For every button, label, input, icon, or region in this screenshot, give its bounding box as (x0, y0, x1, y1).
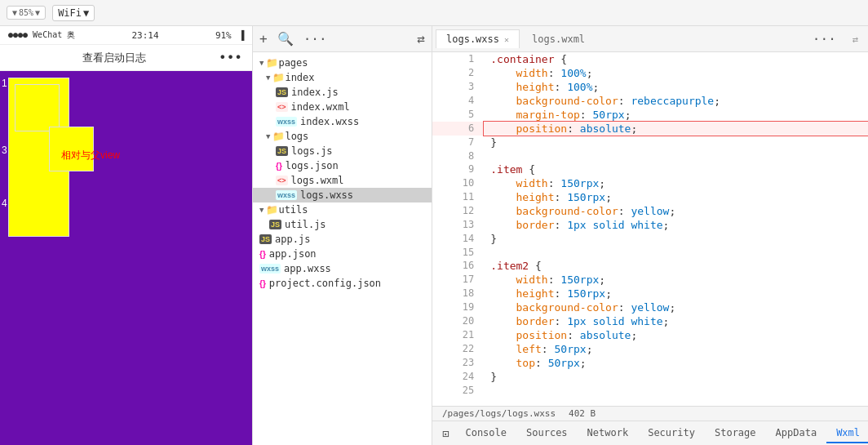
phone-time: 23:14 (132, 30, 159, 41)
file-panel: + 🔍 ··· ⇄ ▼ 📁 pages ▼ 📁 index JS (253, 26, 432, 445)
main-area: ●●●● WeChat 奥 23:14 91% ▐ 查看启动日志 ••• 1 2… (0, 26, 868, 445)
tree-label-project-json: project.config.json (269, 278, 381, 289)
tab-logs-wxml[interactable]: logs.wxml (521, 29, 596, 48)
wxss-icon-index: wxss (276, 117, 297, 127)
js-icon-app: JS (259, 234, 272, 244)
tree-label-logs-wxss: logs.wxss (300, 189, 353, 201)
code-line-23: 23 top: 50rpx; (432, 356, 868, 370)
chevron-utils: ▼ (259, 206, 264, 214)
bottom-tab-storage[interactable]: Storage (705, 424, 766, 443)
file-toolbar: + 🔍 ··· ⇄ (253, 26, 432, 52)
tree-item-logs-js[interactable]: JS logs.js (253, 144, 432, 158)
json-icon-app: {} (259, 250, 266, 259)
tree-item-index-js[interactable]: JS index.js (253, 85, 432, 100)
phone-panel: ●●●● WeChat 奥 23:14 91% ▐ 查看启动日志 ••• 1 2… (0, 26, 253, 445)
folder-icon-pages: 📁 (266, 57, 278, 69)
phone-content: 1 2 3 4 相对与父view (0, 71, 252, 445)
search-file-icon[interactable]: 🔍 (277, 31, 294, 47)
tree-label-utils: utils (278, 204, 308, 216)
tree-label-app-wxss: app.wxss (284, 263, 331, 274)
wxml-icon-logs: <> (276, 176, 288, 185)
file-tree: ▼ 📁 pages ▼ 📁 index JS index.js <> index… (253, 52, 432, 445)
chevron-down-icon3: ▼ (83, 7, 89, 19)
tree-label-logs-wxml: logs.wxml (291, 175, 344, 186)
phone-signal: ●●●● WeChat 奥 (8, 29, 75, 41)
folder-icon-logs: 📁 (272, 131, 285, 142)
code-line-20: 20 border: 1px solid white; (432, 314, 868, 328)
tree-item-index-wxss[interactable]: wxss index.wxss (253, 114, 432, 129)
code-line-24: 24 } (432, 370, 868, 384)
close-tab-logs-wxss[interactable]: ✕ (504, 35, 509, 44)
code-line-15: 15 (432, 246, 868, 259)
phone-more-icon[interactable]: ••• (219, 50, 242, 65)
code-table: 1 .container { 2 width: 100%; 3 height: … (432, 52, 868, 397)
chevron-down-icon2: ▼ (35, 8, 40, 17)
code-tabs: logs.wxss ✕ logs.wxml ··· ⇄ (432, 26, 868, 52)
code-line-2: 2 width: 100%; (432, 66, 868, 80)
code-status-bar: /pages/logs/logs.wxss 402 B (432, 406, 868, 421)
bottom-tab-network[interactable]: Network (578, 424, 639, 443)
tree-label-app-js: app.js (275, 234, 310, 245)
tree-label-pages: pages (278, 57, 308, 69)
tree-item-pages[interactable]: ▼ 📁 pages (253, 56, 432, 70)
box-num-1: 1 (2, 78, 7, 89)
phone-title-bar: 查看启动日志 ••• (0, 45, 252, 71)
code-line-6: 6 position: absolute; (432, 122, 868, 136)
top-toolbar: ▼ 85% ▼ WiFi ▼ (0, 0, 868, 26)
code-line-18: 18 height: 150rpx; (432, 287, 868, 300)
phone-battery: 91% ▐ (215, 30, 244, 41)
tree-item-project-json[interactable]: {} project.config.json (253, 276, 432, 291)
tree-item-index[interactable]: ▼ 📁 index (253, 70, 432, 85)
bottom-tab-wxml[interactable]: Wxml (826, 424, 868, 443)
js-icon-util: JS (269, 220, 281, 229)
add-file-icon[interactable]: + (259, 31, 268, 47)
tree-item-app-js[interactable]: JS app.js (253, 232, 432, 247)
code-line-1: 1 .container { (432, 52, 868, 66)
chevron-down-icon: ▼ (12, 8, 17, 17)
code-line-14: 14 } (432, 232, 868, 246)
tab-label-logs-wxml: logs.wxml (532, 33, 585, 45)
bottom-tab-sources[interactable]: Sources (516, 424, 578, 443)
chevron-index: ▼ (266, 73, 270, 82)
tree-label-index-js: index.js (291, 87, 339, 98)
code-panel: logs.wxss ✕ logs.wxml ··· ⇄ 1 .container… (432, 26, 868, 445)
phone-status-bar: ●●●● WeChat 奥 23:14 91% ▐ (0, 26, 252, 45)
bottom-tab-security[interactable]: Security (638, 424, 705, 443)
network-select[interactable]: WiFi ▼ (52, 5, 95, 21)
tree-item-util-js[interactable]: JS util.js (253, 217, 432, 232)
tree-item-logs-json[interactable]: {} logs.json (253, 158, 432, 173)
tree-item-logs[interactable]: ▼ 📁 logs (253, 129, 432, 144)
tree-label-app-json: app.json (269, 248, 317, 260)
box-num-4: 4 (2, 198, 7, 209)
bottom-toolbar-icon[interactable]: ⊡ (436, 424, 455, 443)
tree-item-logs-wxss[interactable]: wxss logs.wxss (253, 188, 432, 202)
tree-item-app-wxss[interactable]: wxss app.wxss (253, 261, 432, 276)
code-line-13: 13 border: 1px solid white; (432, 218, 868, 232)
tree-item-app-json[interactable]: {} app.json (253, 247, 432, 261)
relative-label: 相对与父view (61, 149, 120, 162)
bottom-tabs: ⊡ Console Sources Network Security Stora… (432, 421, 868, 445)
tree-item-utils[interactable]: ▼ 📁 utils (253, 202, 432, 217)
tree-label-logs-js: logs.js (291, 145, 333, 157)
code-line-12: 12 background-color: yellow; (432, 204, 868, 218)
zoom-select[interactable]: ▼ 85% ▼ (7, 6, 46, 20)
bottom-tab-console[interactable]: Console (455, 424, 516, 443)
tab-more-icon[interactable]: ··· (806, 31, 843, 47)
file-path: /pages/logs/logs.wxss (442, 408, 556, 419)
bottom-tab-appdata[interactable]: AppData (766, 424, 827, 443)
tree-label-index: index (285, 72, 314, 83)
code-line-3: 3 height: 100%; (432, 80, 868, 94)
expand-icon[interactable]: ⇄ (417, 31, 425, 47)
wxml-icon-index: <> (276, 102, 288, 112)
tree-item-logs-wxml[interactable]: <> logs.wxml (253, 173, 432, 188)
code-line-22: 22 left: 50rpx; (432, 342, 868, 356)
tree-label-index-wxml: index.wxml (291, 101, 350, 113)
code-line-19: 19 background-color: yellow; (432, 300, 868, 314)
tab-split-icon[interactable]: ⇄ (846, 33, 865, 45)
tree-item-index-wxml[interactable]: <> index.wxml (253, 100, 432, 114)
more-options-icon[interactable]: ··· (303, 31, 327, 47)
file-size: 402 B (569, 408, 596, 419)
tab-logs-wxss[interactable]: logs.wxss ✕ (436, 29, 520, 48)
code-editor[interactable]: 1 .container { 2 width: 100%; 3 height: … (432, 52, 868, 406)
wxss-icon-app: wxss (259, 264, 281, 274)
